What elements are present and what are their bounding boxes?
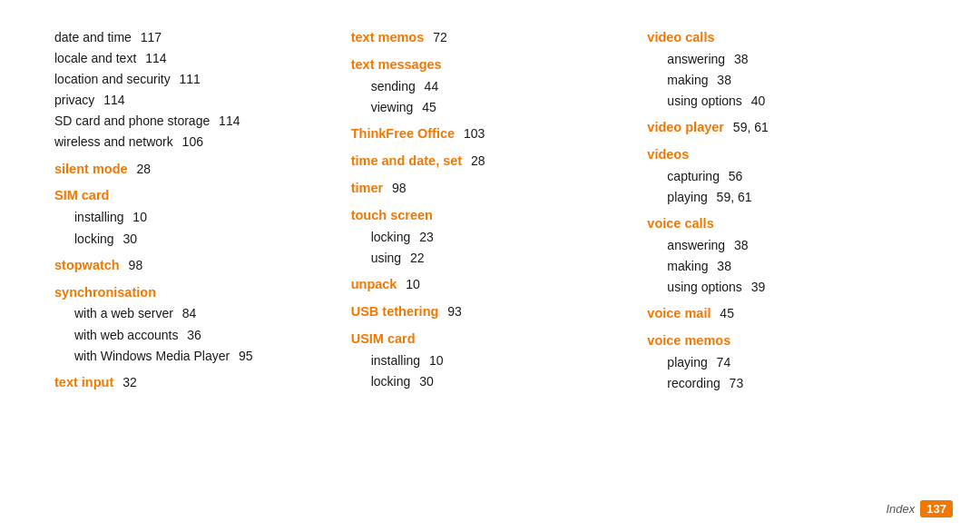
entry-line: unpack 10 (351, 274, 639, 296)
entry-line: silent mode 28 (54, 159, 342, 181)
entry-line: date and time 117 (54, 27, 342, 48)
entry-line: privacy 114 (54, 90, 342, 111)
entry-line: USB tethering 93 (351, 301, 639, 323)
entry-line: viewing 45 (351, 97, 639, 118)
entry-line: video player 59, 61 (647, 117, 935, 139)
entry-line: synchronisation (54, 282, 342, 304)
entry-line: videos (647, 144, 935, 166)
footer-label: Index (886, 502, 915, 516)
entry-line: video calls (647, 27, 935, 49)
entry-line: timer 98 (351, 178, 639, 200)
entry-line: answering 38 (647, 49, 935, 70)
entry-line: wireless and network 106 (54, 132, 342, 153)
entry-line: text memos 72 (351, 27, 639, 49)
footer: Index 137 (886, 500, 953, 517)
entry-line: time and date, set 28 (351, 151, 639, 172)
entry-line: locking 23 (351, 227, 639, 248)
column-3: video callsanswering 38making 38using op… (647, 27, 944, 505)
entry-line: ThinkFree Office 103 (351, 123, 639, 145)
entry-line: stopwatch 98 (54, 255, 342, 277)
entry-line: recording 73 (647, 373, 935, 394)
entry-line: making 38 (647, 70, 935, 91)
entry-line: making 38 (647, 256, 935, 277)
entry-line: sending 44 (351, 76, 639, 97)
footer-page: 137 (920, 500, 953, 517)
page-content: date and time 117locale and text 114loca… (0, 0, 980, 532)
entry-line: with Windows Media Player 95 (54, 346, 342, 367)
column-1: date and time 117locale and text 114loca… (54, 27, 351, 505)
entry-line: location and security 111 (54, 69, 342, 90)
entry-line: with web accounts 36 (54, 325, 342, 346)
entry-line: SIM card (54, 185, 342, 207)
entry-line: using options 39 (647, 277, 935, 298)
entry-line: locale and text 114 (54, 48, 342, 69)
entry-line: using options 40 (647, 91, 935, 112)
entry-line: capturing 56 (647, 166, 935, 187)
entry-line: voice calls (647, 213, 935, 235)
entry-line: voice memos (647, 330, 935, 352)
entry-line: installing 10 (351, 350, 639, 371)
entry-line: locking 30 (54, 229, 342, 250)
entry-line: touch screen (351, 205, 639, 227)
entry-line: playing 74 (647, 352, 935, 373)
entry-line: using 22 (351, 248, 639, 269)
entry-line: USIM card (351, 329, 639, 350)
entry-line: SD card and phone storage 114 (54, 111, 342, 132)
column-2: text memos 72text messagessending 44view… (351, 27, 648, 505)
entry-line: text input 32 (54, 372, 342, 394)
entry-line: with a web server 84 (54, 303, 342, 324)
entry-line: text messages (351, 54, 639, 76)
entry-line: voice mail 45 (647, 303, 935, 325)
entry-line: answering 38 (647, 235, 935, 256)
entry-line: installing 10 (54, 207, 342, 228)
entry-line: locking 30 (351, 371, 639, 392)
entry-line: playing 59, 61 (647, 187, 935, 208)
